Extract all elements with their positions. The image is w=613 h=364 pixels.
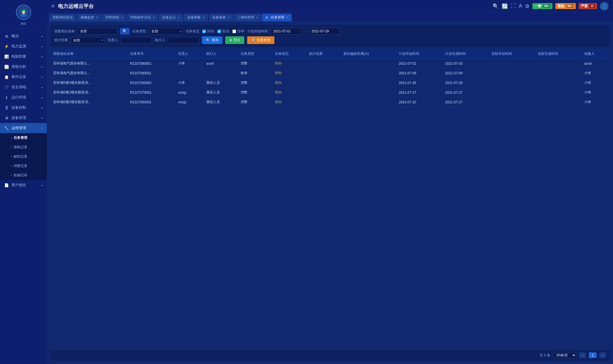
sidebar-item-overview[interactable]: ⊞ 概况 ▸ (0, 31, 47, 41)
table-row[interactable]: 安科瑞E楼2楼实验室演... R2107260002 小佟 测试人员 消警 待办… (50, 78, 610, 88)
cell-deviation (341, 78, 396, 88)
cell-task-no: R2107260001 (127, 97, 175, 107)
tab-close-lighting[interactable]: ✕ (121, 16, 123, 19)
ongoing-label[interactable]: 在办 (222, 29, 230, 34)
badge-high[interactable]: 紧急 99+ (555, 3, 576, 9)
sidebar-item-event-record[interactable]: 📋 事件记录 ▸ (0, 72, 47, 82)
task-type-select[interactable]: 全部 消警 抢单 (149, 28, 183, 35)
table-row[interactable]: 安科瑞E楼2楼实验室演... R2107260001 xmzp 测试人员 消警 … (50, 97, 610, 107)
badge-normal[interactable]: 一般 99+ (532, 3, 552, 9)
tab-qrcode-mgmt[interactable]: 二维码管理 ✕ (234, 14, 262, 21)
tab-video-monitor[interactable]: 视频监控 ✕ (77, 14, 101, 21)
tab-close-qrcode[interactable]: ✕ (256, 16, 258, 19)
tab-close-device-archive[interactable]: ✕ (203, 16, 205, 19)
tab-close-video[interactable]: ✕ (96, 16, 98, 19)
shield-icon: 🛡 (4, 85, 9, 90)
cell-task-type: 消警 (238, 97, 272, 107)
cell-creator: 小佟 (581, 97, 610, 107)
col-actual-end: 实际完成时间 (535, 49, 581, 59)
cell-actual-end (535, 97, 581, 107)
cell-plan-end: 2021-07-26 (442, 78, 489, 88)
tab-close-device-report[interactable]: ✕ (228, 16, 230, 19)
refresh-icon[interactable]: 🔄 (502, 3, 508, 9)
cell-creator: acrel (581, 59, 610, 68)
table-row[interactable]: 安科瑞电气股份有限公... R2107080001 小佟 acrel 消警 待办… (50, 59, 610, 68)
col-plan-start: 计划开始时间 (396, 49, 442, 59)
search-icon[interactable]: 🔍 (493, 3, 499, 9)
sidebar-item-defect-record[interactable]: 缺陷记录 (0, 152, 47, 161)
tab-ctrl-log[interactable]: 控制操作日志 ✕ (127, 14, 158, 21)
exec-result-select[interactable]: 全部 (71, 37, 105, 44)
topbar-avatar[interactable]: 👤 (600, 2, 608, 11)
col-task-type: 任务类型 (238, 49, 272, 59)
cell-plan-start: 2021-07-27 (396, 88, 442, 97)
search-icon-btn: 🔍 (206, 38, 210, 42)
tab-device-report[interactable]: 设备报表 ✕ (209, 14, 233, 21)
tab-close-task[interactable]: ✕ (286, 16, 288, 19)
tab-close-ctrl-log[interactable]: ✕ (153, 16, 155, 19)
tab-lighting-ctrl[interactable]: 照明控制 ✕ (102, 14, 126, 21)
sidebar-item-safe-power[interactable]: 🛡 安全用电 ▸ (0, 82, 47, 92)
pending-checkbox[interactable] (202, 30, 206, 33)
sidebar-item-emergency-record[interactable]: 抢修记录 (0, 171, 47, 180)
ongoing-checkbox[interactable] (217, 30, 221, 33)
menu-toggle-icon[interactable]: ≡ (51, 3, 55, 9)
station-search-btn[interactable]: 🔍 (120, 28, 130, 35)
pagination-bar: 共 5 条 20条/页 50条/页 100条/页 ‹ 1 › (50, 350, 610, 361)
tab-task-mgmt[interactable]: 任务管理 ✕ (262, 14, 292, 21)
sidebar-item-task-mgmt[interactable]: 任务管理 (0, 133, 47, 143)
badge-critical[interactable]: 严重 15 (579, 3, 597, 9)
sidebar-item-device-control[interactable]: 🎛 设备控制 ▸ (0, 102, 47, 113)
col-task-no: 任务单号 (127, 49, 175, 59)
done-checkbox[interactable] (232, 30, 236, 33)
sidebar-item-run-env[interactable]: 🌡 运行环境 ▸ (0, 92, 47, 102)
sidebar-item-power-monitor[interactable]: ⚡ 电力监测 ▸ (0, 41, 47, 51)
plan-start-from-input[interactable] (271, 28, 302, 35)
sidebar-item-ops-mgmt[interactable]: 🔧 运维管理 ▾ (0, 123, 47, 133)
page-size-select[interactable]: 20条/页 50条/页 100条/页 (553, 352, 576, 358)
cell-executor: 测试人员 (203, 97, 238, 107)
query-button[interactable]: 🔍 查询 (202, 36, 222, 44)
text-icon[interactable]: A (519, 3, 522, 9)
table-row[interactable]: 安科瑞电气股份有限公... R2107090001 抢单 待办 2021-07-… (50, 68, 610, 78)
prev-page-btn[interactable]: ‹ (579, 352, 586, 358)
pending-label[interactable]: 待办 (207, 29, 214, 34)
cell-executor (203, 68, 238, 78)
executor-input[interactable] (168, 37, 199, 44)
responsible-input[interactable] (121, 37, 152, 44)
plan-start-to-input[interactable] (309, 28, 340, 35)
settings-icon[interactable]: ⚙ (525, 3, 529, 9)
event-icon: 📋 (4, 74, 9, 80)
cell-station: 安科瑞电气股份有限公... (50, 59, 127, 68)
sidebar-item-device-mgmt[interactable]: 🖥 设备管理 ▸ (0, 113, 47, 123)
svg-point-4 (21, 14, 26, 17)
avatar[interactable] (16, 5, 31, 20)
cell-actual-end (535, 59, 581, 68)
data-table-wrap: 变配电站名称 任务单号 负责人 执行人 任务类型 任务状态 执行结果 签到偏差距… (50, 49, 610, 350)
done-label[interactable]: 办毕 (237, 29, 245, 34)
tab-device-archive[interactable]: 设备档案 ✕ (184, 14, 208, 21)
publish-button[interactable]: 📢 任务发布 (247, 36, 274, 44)
sidebar-menu: ⊞ 概况 ▸ ⚡ 电力监测 ▸ 📊 电能质量 ▸ 📈 用电分析 ▸ 📋 事件记录… (0, 29, 47, 364)
tab-device-def[interactable]: 设备定义 ✕ (159, 14, 183, 21)
cell-actual-end (535, 88, 581, 97)
cell-plan-end: 2021-07-27 (442, 97, 489, 107)
sidebar-item-energy-quality[interactable]: 📊 电能质量 ▸ (0, 51, 47, 62)
sidebar-item-user-report[interactable]: 📄 用户报告 ▸ (0, 180, 47, 190)
fullscreen-icon[interactable]: ⛶ (511, 3, 516, 9)
sidebar-item-power-analysis[interactable]: 📈 用电分析 ▸ (0, 62, 47, 72)
cell-actual-start (489, 88, 535, 97)
tab-close-device-def[interactable]: ✕ (178, 16, 180, 19)
col-exec-result: 执行结果 (306, 49, 341, 59)
station-input[interactable] (78, 28, 117, 35)
export-button[interactable]: ⬇ 导出 (225, 36, 244, 44)
cell-status: 待办 (272, 97, 306, 107)
sidebar-item-patrol-record[interactable]: 巡检记录 (0, 143, 47, 152)
sidebar-item-alarm-record[interactable]: 消警记录 (0, 161, 47, 171)
cell-creator: 小佟 (581, 88, 610, 97)
table-row[interactable]: 安科瑞E楼2楼实验室演... R2107270001 xmzp 测试人员 消警 … (50, 88, 610, 97)
tab-station-status[interactable]: 变配电站状态 (49, 14, 76, 21)
current-page-btn[interactable]: 1 (589, 352, 597, 358)
next-page-btn[interactable]: › (599, 352, 606, 358)
col-actual-start: 实际开始时间 (489, 49, 535, 59)
